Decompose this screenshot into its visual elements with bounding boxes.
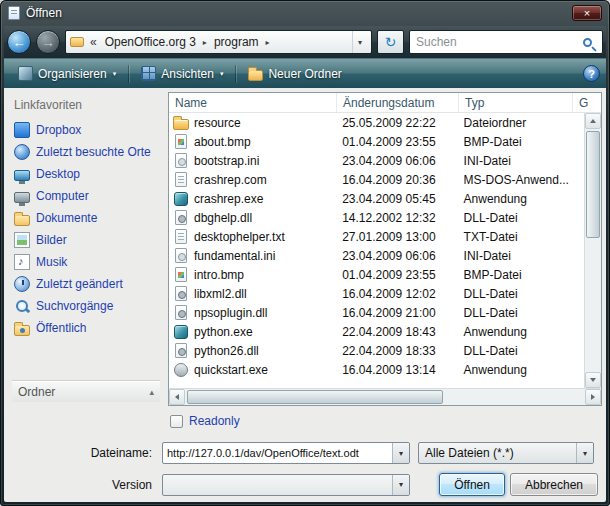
breadcrumb-dropdown-icon[interactable]: ▾	[352, 31, 367, 53]
sidebar-item[interactable]: Computer	[12, 185, 160, 207]
cancel-button[interactable]: Abbrechen	[510, 473, 598, 496]
horizontal-scroll-thumb[interactable]	[187, 390, 443, 404]
file-row[interactable]: python.exe 22.04.2009 18:43 Anwendung	[169, 322, 584, 341]
breadcrumb-item[interactable]: OpenOffice.org 3	[101, 35, 200, 49]
sidebar-item-label: Computer	[36, 189, 89, 203]
file-name: about.bmp	[194, 135, 251, 149]
sidebar-item[interactable]: Bilder	[12, 229, 160, 251]
chevron-right-icon[interactable]: ▸	[265, 38, 271, 47]
views-button[interactable]: Ansichten ▾	[133, 62, 231, 85]
sidebar-item[interactable]: Öffentlich	[12, 317, 160, 339]
desktop-icon	[14, 170, 30, 181]
folders-expander[interactable]: Ordner ▴	[12, 381, 160, 402]
new-folder-label: Neuer Ordner	[268, 67, 341, 81]
file-date: 22.04.2009 18:33	[336, 344, 457, 358]
file-name: dbghelp.dll	[194, 211, 252, 225]
horizontal-scrollbar[interactable]	[169, 388, 601, 405]
sidebar-item[interactable]: Dokumente	[12, 207, 160, 229]
file-type: DLL-Datei	[458, 306, 571, 320]
vertical-scroll-track[interactable]	[585, 129, 601, 372]
file-row[interactable]: dbghelp.dll 14.12.2002 12:32 DLL-Datei	[169, 208, 584, 227]
breadcrumb-item[interactable]: program	[210, 35, 263, 49]
version-combo[interactable]: ▾	[162, 474, 410, 496]
column-header-date[interactable]: Änderungsdatum	[337, 93, 459, 112]
file-row[interactable]: crashrep.exe 23.04.2009 05:45 Anwendung	[169, 189, 584, 208]
folders-label: Ordner	[18, 385, 55, 399]
file-name-cell: desktophelper.txt	[169, 229, 336, 244]
search-icon[interactable]	[583, 38, 592, 47]
file-row[interactable]: fundamental.ini 23.04.2009 06:06 INI-Dat…	[169, 246, 584, 265]
file-name-cell: intro.bmp	[169, 267, 336, 282]
file-type: Anwendung	[458, 325, 571, 339]
sidebar: Linkfavoriten Dropbox Zuletzt besuchte O…	[6, 92, 162, 406]
chevron-right-icon[interactable]: ▸	[202, 38, 208, 47]
sidebar-item[interactable]: Zuletzt geändert	[12, 273, 160, 295]
back-button[interactable]: ←	[7, 30, 31, 54]
chevron-down-icon: ▾	[113, 70, 117, 78]
help-button[interactable]: ?	[583, 65, 600, 82]
column-header-row: Name Änderungsdatum Typ G	[169, 93, 601, 113]
close-button[interactable]: ×	[572, 5, 602, 21]
file-type: DLL-Datei	[458, 344, 571, 358]
scroll-down-button[interactable]	[585, 372, 601, 388]
sidebar-item-label: Suchvorgänge	[36, 299, 113, 313]
file-row[interactable]: desktophelper.txt 27.01.2009 13:00 TXT-D…	[169, 227, 584, 246]
organize-button[interactable]: Organisieren ▾	[10, 62, 124, 85]
file-row[interactable]: about.bmp 01.04.2009 23:55 BMP-Datei	[169, 132, 584, 151]
breadcrumb-overflow[interactable]: «	[88, 35, 99, 49]
sidebar-item-label: Bilder	[36, 233, 67, 247]
filename-dropdown-icon[interactable]: ▾	[392, 443, 409, 463]
readonly-label[interactable]: Readonly	[189, 414, 240, 428]
sidebar-item[interactable]: Suchvorgänge	[12, 295, 160, 317]
file-row[interactable]: python26.dll 22.04.2009 18:33 DLL-Datei	[169, 341, 584, 360]
horizontal-scroll-track[interactable]	[185, 389, 585, 405]
file-row[interactable]: bootstrap.ini 23.04.2009 06:06 INI-Datei	[169, 151, 584, 170]
file-row[interactable]: libxml2.dll 16.04.2009 12:02 DLL-Datei	[169, 284, 584, 303]
sidebar-item[interactable]: Dropbox	[12, 119, 160, 141]
file-row[interactable]: crashrep.com 16.04.2009 20:36 MS-DOS-Anw…	[169, 170, 584, 189]
refresh-button[interactable]: ↻	[377, 30, 404, 54]
file-date: 25.05.2009 22:22	[336, 116, 457, 130]
sidebar-item[interactable]: Musik	[12, 251, 160, 273]
dll-icon	[175, 343, 187, 358]
filetype-dropdown-icon[interactable]: ▾	[576, 443, 593, 463]
recent-places-icon	[14, 144, 30, 160]
vertical-scrollbar[interactable]	[584, 113, 601, 388]
file-date: 27.01.2009 13:00	[336, 230, 457, 244]
search-input[interactable]	[416, 35, 579, 49]
filetype-combo[interactable]: Alle Dateien (*.*) ▾	[418, 442, 594, 464]
file-row[interactable]: resource 25.05.2009 22:22 Dateiordner	[169, 113, 584, 132]
favorites-list: Dropbox Zuletzt besuchte Orte Desktop	[12, 119, 160, 339]
vertical-scroll-thumb[interactable]	[586, 131, 600, 238]
scroll-left-button[interactable]	[169, 389, 185, 405]
sidebar-item[interactable]: Zuletzt besuchte Orte	[12, 141, 160, 163]
file-row[interactable]: npsoplugin.dll 16.04.2009 21:00 DLL-Date…	[169, 303, 584, 322]
file-name: python26.dll	[194, 344, 259, 358]
scroll-up-button[interactable]	[585, 113, 601, 129]
file-type: MS-DOS-Anwend...	[458, 173, 571, 187]
sidebar-item[interactable]: Desktop	[12, 163, 160, 185]
scroll-right-button[interactable]	[585, 389, 601, 405]
file-type: TXT-Datei	[458, 230, 571, 244]
column-header-type[interactable]: Typ	[459, 93, 573, 112]
forward-button[interactable]: →	[36, 30, 60, 54]
new-folder-button[interactable]: Neuer Ordner	[240, 63, 349, 85]
arrow-right-icon	[591, 394, 595, 400]
open-button[interactable]: Öffnen	[439, 473, 505, 496]
file-row[interactable]: intro.bmp 01.04.2009 23:55 BMP-Datei	[169, 265, 584, 284]
column-header-size[interactable]: G	[573, 93, 601, 112]
file-name-cell: fundamental.ini	[169, 248, 336, 263]
file-list-box: Name Änderungsdatum Typ G resource	[168, 92, 602, 406]
readonly-checkbox[interactable]	[170, 415, 183, 428]
command-toolbar: Organisieren ▾ Ansichten ▾ Neuer Ordner …	[4, 58, 606, 88]
dialog-footer: Readonly Dateiname: ▾ Alle Dateien (*.*)…	[4, 406, 606, 502]
file-name: crashrep.exe	[194, 192, 263, 206]
recent-changed-icon	[14, 276, 30, 292]
file-date: 16.04.2009 20:36	[336, 173, 457, 187]
file-row[interactable]: quickstart.exe 16.04.2009 13:14 Anwendun…	[169, 360, 584, 379]
filename-input[interactable]	[163, 447, 392, 459]
file-name-cell: bootstrap.ini	[169, 153, 336, 168]
breadcrumb[interactable]: « OpenOffice.org 3 ▸ program ▸ ▾	[65, 30, 372, 54]
column-header-name[interactable]: Name	[169, 93, 337, 112]
version-dropdown-icon[interactable]: ▾	[392, 475, 409, 495]
